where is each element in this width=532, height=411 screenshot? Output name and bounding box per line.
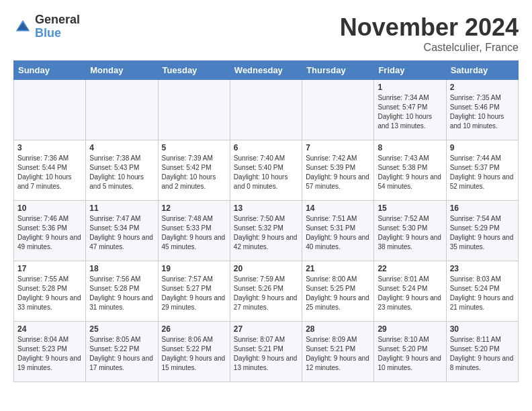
- calendar-day-cell: 2Sunrise: 7:35 AM Sunset: 5:46 PM Daylig…: [446, 80, 518, 140]
- calendar-day-cell: 3Sunrise: 7:36 AM Sunset: 5:44 PM Daylig…: [14, 140, 86, 201]
- calendar-day-cell: [86, 80, 158, 140]
- month-title: November 2024: [340, 13, 519, 42]
- day-number: 19: [162, 264, 226, 273]
- location-subtitle: Castelculier, France: [340, 42, 519, 54]
- calendar-day-header: Thursday: [302, 61, 374, 80]
- calendar-day-cell: 24Sunrise: 8:04 AM Sunset: 5:23 PM Dayli…: [14, 322, 86, 382]
- day-number: 27: [234, 324, 298, 334]
- calendar-day-cell: 20Sunrise: 7:59 AM Sunset: 5:26 PM Dayli…: [230, 261, 302, 322]
- day-info: Sunrise: 7:55 AM Sunset: 5:28 PM Dayligh…: [17, 275, 82, 312]
- day-info: Sunrise: 8:10 AM Sunset: 5:20 PM Dayligh…: [378, 335, 442, 373]
- calendar-day-header: Tuesday: [158, 61, 230, 80]
- day-info: Sunrise: 8:00 AM Sunset: 5:25 PM Dayligh…: [306, 275, 370, 312]
- day-info: Sunrise: 7:51 AM Sunset: 5:31 PM Dayligh…: [306, 214, 370, 252]
- calendar-day-cell: 19Sunrise: 7:57 AM Sunset: 5:27 PM Dayli…: [158, 261, 230, 322]
- calendar-day-cell: 12Sunrise: 7:48 AM Sunset: 5:33 PM Dayli…: [158, 201, 230, 261]
- calendar-day-header: Monday: [86, 61, 158, 80]
- calendar-day-cell: [230, 80, 302, 140]
- day-info: Sunrise: 7:59 AM Sunset: 5:26 PM Dayligh…: [234, 275, 298, 312]
- calendar-week-row: 10Sunrise: 7:46 AM Sunset: 5:36 PM Dayli…: [14, 201, 519, 261]
- calendar-day-cell: 9Sunrise: 7:44 AM Sunset: 5:37 PM Daylig…: [446, 140, 518, 201]
- day-number: 9: [450, 143, 515, 152]
- day-number: 13: [234, 203, 298, 213]
- logo-text: General Blue: [35, 13, 80, 40]
- calendar-day-cell: 14Sunrise: 7:51 AM Sunset: 5:31 PM Dayli…: [302, 201, 374, 261]
- calendar-day-cell: 30Sunrise: 8:11 AM Sunset: 5:20 PM Dayli…: [446, 322, 518, 382]
- day-number: 7: [306, 143, 370, 152]
- logo: General Blue: [13, 13, 80, 40]
- calendar-day-cell: [14, 80, 86, 140]
- calendar-day-cell: 29Sunrise: 8:10 AM Sunset: 5:20 PM Dayli…: [374, 322, 446, 382]
- day-number: 22: [378, 264, 442, 273]
- calendar-day-cell: 28Sunrise: 8:09 AM Sunset: 5:21 PM Dayli…: [302, 322, 374, 382]
- day-number: 16: [450, 203, 515, 213]
- page-header: General Blue November 2024 Castelculier,…: [13, 13, 519, 54]
- calendar-day-cell: 13Sunrise: 7:50 AM Sunset: 5:32 PM Dayli…: [230, 201, 302, 261]
- day-number: 4: [89, 143, 154, 152]
- day-info: Sunrise: 7:38 AM Sunset: 5:43 PM Dayligh…: [89, 154, 154, 191]
- calendar-day-cell: 21Sunrise: 8:00 AM Sunset: 5:25 PM Dayli…: [302, 261, 374, 322]
- calendar-day-cell: 1Sunrise: 7:34 AM Sunset: 5:47 PM Daylig…: [374, 80, 446, 140]
- day-number: 10: [17, 203, 82, 213]
- day-info: Sunrise: 7:40 AM Sunset: 5:40 PM Dayligh…: [234, 154, 298, 191]
- day-info: Sunrise: 7:47 AM Sunset: 5:34 PM Dayligh…: [89, 214, 154, 252]
- day-number: 21: [306, 264, 370, 273]
- day-number: 14: [306, 203, 370, 213]
- calendar-day-header: Wednesday: [230, 61, 302, 80]
- day-number: 24: [17, 324, 82, 334]
- day-info: Sunrise: 8:01 AM Sunset: 5:24 PM Dayligh…: [378, 275, 442, 312]
- day-info: Sunrise: 7:56 AM Sunset: 5:28 PM Dayligh…: [89, 275, 154, 312]
- day-number: 11: [89, 203, 154, 213]
- day-number: 8: [378, 143, 442, 152]
- day-info: Sunrise: 8:09 AM Sunset: 5:21 PM Dayligh…: [306, 335, 370, 373]
- calendar-day-cell: 11Sunrise: 7:47 AM Sunset: 5:34 PM Dayli…: [86, 201, 158, 261]
- calendar-day-cell: 8Sunrise: 7:43 AM Sunset: 5:38 PM Daylig…: [374, 140, 446, 201]
- day-info: Sunrise: 8:07 AM Sunset: 5:21 PM Dayligh…: [234, 335, 298, 373]
- calendar-day-cell: 7Sunrise: 7:42 AM Sunset: 5:39 PM Daylig…: [302, 140, 374, 201]
- day-info: Sunrise: 7:54 AM Sunset: 5:29 PM Dayligh…: [450, 214, 515, 252]
- title-block: November 2024 Castelculier, France: [340, 13, 519, 54]
- day-number: 26: [162, 324, 226, 334]
- day-info: Sunrise: 7:52 AM Sunset: 5:30 PM Dayligh…: [378, 214, 442, 252]
- calendar-day-cell: 18Sunrise: 7:56 AM Sunset: 5:28 PM Dayli…: [86, 261, 158, 322]
- calendar-day-cell: 15Sunrise: 7:52 AM Sunset: 5:30 PM Dayli…: [374, 201, 446, 261]
- day-info: Sunrise: 7:36 AM Sunset: 5:44 PM Dayligh…: [17, 154, 82, 191]
- calendar-table: SundayMondayTuesdayWednesdayThursdayFrid…: [13, 60, 519, 382]
- day-info: Sunrise: 8:04 AM Sunset: 5:23 PM Dayligh…: [17, 335, 82, 373]
- day-info: Sunrise: 8:03 AM Sunset: 5:24 PM Dayligh…: [450, 275, 515, 312]
- calendar-day-header: Friday: [374, 61, 446, 80]
- calendar-day-header: Saturday: [446, 61, 518, 80]
- day-number: 17: [17, 264, 82, 273]
- calendar-day-cell: [158, 80, 230, 140]
- calendar-day-cell: 22Sunrise: 8:01 AM Sunset: 5:24 PM Dayli…: [374, 261, 446, 322]
- day-info: Sunrise: 7:39 AM Sunset: 5:42 PM Dayligh…: [162, 154, 226, 191]
- calendar-day-cell: 16Sunrise: 7:54 AM Sunset: 5:29 PM Dayli…: [446, 201, 518, 261]
- day-info: Sunrise: 8:11 AM Sunset: 5:20 PM Dayligh…: [450, 335, 515, 373]
- calendar-day-cell: 23Sunrise: 8:03 AM Sunset: 5:24 PM Dayli…: [446, 261, 518, 322]
- logo-general: General: [35, 13, 80, 27]
- day-number: 25: [89, 324, 154, 334]
- calendar-day-cell: 17Sunrise: 7:55 AM Sunset: 5:28 PM Dayli…: [14, 261, 86, 322]
- calendar-day-cell: [302, 80, 374, 140]
- day-number: 6: [234, 143, 298, 152]
- day-number: 12: [162, 203, 226, 213]
- day-info: Sunrise: 7:57 AM Sunset: 5:27 PM Dayligh…: [162, 275, 226, 312]
- calendar-week-row: 24Sunrise: 8:04 AM Sunset: 5:23 PM Dayli…: [14, 322, 519, 382]
- day-info: Sunrise: 7:50 AM Sunset: 5:32 PM Dayligh…: [234, 214, 298, 252]
- day-info: Sunrise: 7:34 AM Sunset: 5:47 PM Dayligh…: [378, 93, 442, 131]
- day-number: 1: [378, 83, 442, 92]
- calendar-day-cell: 25Sunrise: 8:05 AM Sunset: 5:22 PM Dayli…: [86, 322, 158, 382]
- logo-blue: Blue: [35, 27, 80, 40]
- calendar-day-cell: 27Sunrise: 8:07 AM Sunset: 5:21 PM Dayli…: [230, 322, 302, 382]
- calendar-day-cell: 6Sunrise: 7:40 AM Sunset: 5:40 PM Daylig…: [230, 140, 302, 201]
- calendar-day-cell: 5Sunrise: 7:39 AM Sunset: 5:42 PM Daylig…: [158, 140, 230, 201]
- day-info: Sunrise: 7:35 AM Sunset: 5:46 PM Dayligh…: [450, 93, 515, 131]
- day-info: Sunrise: 7:48 AM Sunset: 5:33 PM Dayligh…: [162, 214, 226, 252]
- calendar-week-row: 3Sunrise: 7:36 AM Sunset: 5:44 PM Daylig…: [14, 140, 519, 201]
- day-info: Sunrise: 7:46 AM Sunset: 5:36 PM Dayligh…: [17, 214, 82, 252]
- calendar-header-row: SundayMondayTuesdayWednesdayThursdayFrid…: [14, 61, 519, 80]
- day-info: Sunrise: 7:44 AM Sunset: 5:37 PM Dayligh…: [450, 154, 515, 191]
- day-info: Sunrise: 7:43 AM Sunset: 5:38 PM Dayligh…: [378, 154, 442, 191]
- day-number: 2: [450, 83, 515, 92]
- day-info: Sunrise: 8:06 AM Sunset: 5:22 PM Dayligh…: [162, 335, 226, 373]
